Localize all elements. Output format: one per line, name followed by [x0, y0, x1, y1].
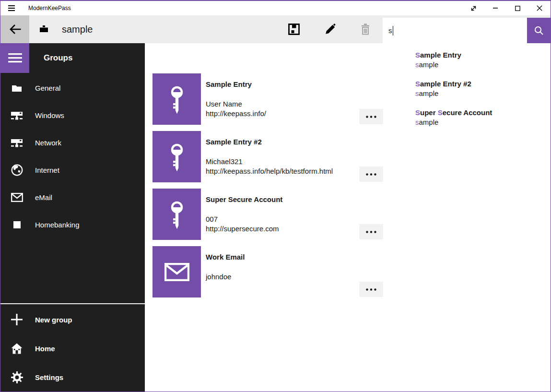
delete-button[interactable] [354, 15, 377, 43]
entry-title: Super Secure Account [206, 195, 282, 203]
more-button[interactable] [359, 282, 383, 297]
sidebar-item-label: New group [35, 316, 72, 324]
entry-row-work-email[interactable]: Work Email johndoe [152, 246, 384, 297]
sidebar-item-label: General [35, 84, 60, 92]
sidebar-item-home[interactable]: Home [0, 334, 145, 363]
home-icon [10, 343, 23, 354]
ellipsis-icon [366, 231, 376, 233]
fullscreen-icon [470, 5, 477, 12]
key-icon [166, 199, 188, 230]
sidebar-item-email[interactable]: eMail [0, 184, 145, 211]
fullscreen-button[interactable] [462, 1, 484, 15]
sidebar-item-label: eMail [35, 193, 52, 202]
entry-url: http://keepass.info/ [206, 109, 266, 119]
folder-icon [10, 84, 23, 92]
hamburger-icon[interactable] [8, 5, 15, 11]
search-suggestion[interactable]: Super Secure Account sample [409, 103, 551, 132]
database-title: sample [62, 15, 93, 43]
maximize-icon [515, 6, 520, 11]
entry-username: Michael321 [206, 157, 333, 166]
ellipsis-icon [366, 288, 376, 291]
back-button[interactable] [0, 15, 29, 43]
sidebar-item-homebanking[interactable]: Homebanking [0, 211, 145, 238]
minimize-button[interactable] [484, 1, 506, 15]
entry-tile [152, 189, 201, 240]
entry-row-super-secure-account[interactable]: Super Secure Account 007 http://supersec… [152, 189, 384, 240]
search-suggestions-dropdown: Sample Entry sample Sample Entry #2 samp… [409, 43, 551, 137]
search-query-text: s [388, 26, 392, 35]
entry-title: Sample Entry #2 [206, 138, 333, 146]
hamburger-icon [8, 53, 22, 63]
suggestion-subtitle: sample [415, 60, 544, 70]
suggestion-title: Super Secure Account [415, 108, 544, 118]
titlebar: ModernKeePass [0, 1, 551, 15]
entry-title: Work Email [206, 253, 245, 261]
suggestion-subtitle: sample [415, 89, 544, 98]
gear-icon [10, 371, 23, 383]
sidebar-footer: New group Home Settings [0, 303, 145, 392]
more-button[interactable] [359, 224, 383, 239]
text-caret [393, 26, 394, 36]
sidebar-item-settings[interactable]: Settings [0, 363, 145, 392]
more-button[interactable] [359, 109, 383, 124]
sidebar-item-internet[interactable]: Internet [0, 156, 145, 184]
entry-url: http://supersecure.com [206, 224, 282, 234]
nav-toggle-button[interactable] [0, 43, 29, 73]
app-title: ModernKeePass [28, 5, 71, 12]
window-controls [462, 1, 551, 15]
save-button[interactable] [282, 15, 305, 43]
edit-button[interactable] [319, 15, 342, 43]
sidebar-item-windows[interactable]: Windows [0, 102, 145, 129]
mail-icon [164, 263, 189, 281]
entry-tile [152, 246, 201, 297]
sidebar-item-label: Home [35, 344, 55, 353]
app-window: ModernKeePass sample [0, 0, 551, 392]
entry-row-sample-entry[interactable]: Sample Entry User Name http://keepass.in… [152, 73, 384, 125]
key-icon [166, 142, 188, 172]
entry-row-sample-entry-2[interactable]: Sample Entry #2 Michael321 http://keepas… [152, 131, 384, 182]
database-icon [40, 25, 48, 32]
sidebar-item-label: Homebanking [35, 221, 80, 229]
sidebar-item-label: Settings [35, 373, 63, 381]
entry-tile [152, 131, 201, 182]
square-icon [10, 221, 23, 228]
close-icon [537, 5, 542, 11]
sidebar-item-general[interactable]: General [0, 74, 145, 102]
suggestion-title: Sample Entry #2 [415, 79, 544, 89]
trash-icon [360, 24, 371, 35]
suggestion-subtitle: sample [415, 118, 544, 127]
entry-url: http://keepass.info/help/kb/testform.htm… [206, 166, 333, 176]
maximize-button[interactable] [506, 1, 528, 15]
groups-header: Groups [44, 43, 72, 73]
globe-icon [10, 164, 23, 176]
ellipsis-icon [366, 173, 376, 176]
search-input[interactable]: s [383, 18, 527, 43]
more-button[interactable] [359, 166, 383, 182]
save-icon [288, 23, 300, 36]
group-list: General Windows Network Internet [0, 73, 145, 238]
search-button[interactable] [527, 18, 551, 43]
sidebar-item-network[interactable]: Network [0, 129, 145, 156]
network-icon [10, 111, 23, 120]
search-suggestion[interactable]: Sample Entry #2 sample [409, 74, 551, 103]
entry-username: johndoe [206, 272, 245, 282]
close-button[interactable] [528, 1, 551, 15]
key-icon [166, 84, 188, 115]
sidebar: Groups General Windows Network [0, 43, 145, 392]
search-suggestion[interactable]: Sample Entry sample [409, 46, 551, 74]
sidebar-item-new-group[interactable]: New group [0, 305, 145, 334]
appbar: sample s [0, 15, 551, 43]
entry-title: Sample Entry [206, 80, 266, 88]
entry-username: 007 [206, 214, 282, 224]
sidebar-item-label: Windows [35, 111, 64, 119]
sidebar-item-label: Network [35, 139, 61, 147]
network-icon [10, 139, 23, 147]
mail-icon [10, 193, 23, 202]
search-icon [534, 26, 543, 35]
sidebar-item-label: Internet [35, 166, 59, 174]
edit-pencil-icon [325, 24, 336, 35]
back-arrow-icon [9, 23, 22, 36]
suggestion-title: Sample Entry [415, 50, 544, 60]
entry-username: User Name [206, 99, 266, 109]
plus-icon [10, 314, 23, 325]
